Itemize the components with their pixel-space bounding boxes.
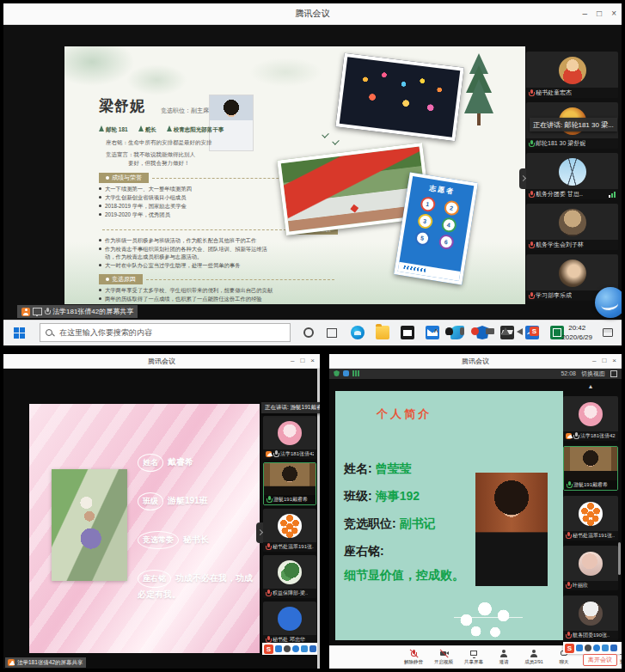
field-value: 副书记 — [400, 516, 436, 530]
participants-sidebar: ▲ 法学181张倩42.. 游艇191戴睿希 秘书处温翠191张.. — [563, 382, 618, 640]
tree-icon — [99, 125, 104, 131]
participant-tile-active-speaker[interactable]: 游艇191戴睿希 — [263, 462, 316, 505]
fullscreen-icon[interactable] — [610, 370, 617, 377]
sidebar-scrollbar[interactable] — [618, 542, 621, 575]
participant-name: 叶丽欣 — [573, 582, 588, 590]
file-explorer-icon[interactable] — [376, 326, 389, 339]
close-button[interactable]: × — [612, 357, 616, 364]
participant-tile-active-speaker[interactable]: 游艇191戴睿希 — [563, 446, 618, 491]
mic-icon — [573, 432, 579, 440]
tray-icon[interactable] — [309, 645, 316, 652]
tray-overflow-icon[interactable]: ^ — [434, 327, 438, 336]
action-center-icon[interactable] — [603, 328, 613, 337]
participant-name: 秘书处童宏杰 — [536, 89, 572, 97]
close-button[interactable]: × — [310, 357, 315, 364]
taskbar-clock[interactable]: 20:42 2020/6/29 — [561, 323, 592, 342]
input-mode-icon[interactable] — [275, 645, 282, 652]
presenter-icon — [566, 433, 572, 439]
muted-mic-icon — [529, 241, 534, 249]
participant-tile[interactable]: 航务学生会刘子林 — [526, 204, 618, 250]
presenter-icon — [266, 451, 272, 457]
participant-tile[interactable]: 法学181张倩42.. — [563, 396, 618, 441]
muted-mic-icon — [566, 582, 571, 590]
recorder-tray-icon[interactable] — [471, 327, 479, 335]
participant-tile[interactable]: 叶丽欣 — [563, 546, 618, 590]
mini-taskbar: S — [262, 643, 317, 655]
button-label: 邀请 — [499, 659, 509, 665]
encryption-icon — [343, 370, 349, 376]
bullet-list: 大学两年享受了太多学校、学生组织带来的便利，想要做出自己的贡献 两年的历练取得了… — [99, 286, 278, 304]
mic-icon — [45, 308, 50, 315]
tray-icon[interactable] — [610, 645, 617, 651]
unmute-button[interactable]: 解除静音 — [401, 649, 426, 665]
bullet-item: 2019-2020 学年，优秀团员 — [99, 211, 278, 218]
network-tray-icon[interactable] — [501, 327, 510, 335]
start-video-button[interactable]: 开启视频 — [432, 649, 456, 665]
start-button[interactable] — [14, 327, 25, 339]
titlebar: 腾讯会议 – □ × — [3, 3, 622, 25]
tray-icon[interactable] — [585, 645, 591, 651]
tray-icon[interactable] — [284, 645, 291, 652]
sidebar-collapse-handle[interactable] — [256, 522, 263, 543]
screen-share-banner: 法学181张倩42的屏幕共享 — [17, 305, 138, 318]
cortana-icon[interactable] — [303, 327, 314, 338]
participant-name: 秘书处温翠191张.. — [573, 532, 615, 540]
shared-presentation-slide: 姓名戴睿希 班级游艇191班 竞选常委秘书长 座右铭功成不必在我，功成必定有我。 — [29, 404, 260, 653]
participant-tile[interactable]: 权益保障部-梁.. — [263, 555, 316, 598]
participant-tile[interactable]: 航务分团委 甘思.. — [526, 153, 618, 199]
participant-name: 秘书处温翠191张.. — [273, 543, 314, 551]
bullet-item: 作为班级一员积极参与班级活动，作为舵长配合其他班干的工作 — [99, 236, 278, 244]
tray-icon[interactable] — [292, 645, 299, 652]
speaking-tooltip: 正在讲话: 邮轮181 30 梁... — [530, 118, 617, 131]
minimize-button[interactable]: – — [291, 357, 294, 364]
input-mode-icon[interactable] — [576, 645, 583, 651]
meeting-window-bottom-left: 腾讯会议 – □ × 姓名戴睿希 班级游艇191班 竞选常委秘书长 座右铭功成不… — [3, 354, 320, 669]
participant-tile[interactable]: 秘书处童宏杰 — [526, 52, 618, 98]
tray-icon[interactable] — [593, 645, 600, 651]
tray-icon[interactable] — [301, 645, 308, 652]
qq-tray-icon[interactable] — [445, 327, 453, 335]
participant-tile[interactable]: 秘书处 邓忠华 — [263, 602, 316, 645]
tray-icon[interactable] — [602, 645, 609, 651]
participant-tile[interactable]: 法学181张倩42.. — [263, 416, 316, 459]
store-icon[interactable] — [401, 326, 414, 339]
screen-share-banner: 法学181张倩42的屏幕共享 — [5, 657, 86, 668]
sogou-input-icon[interactable]: S — [565, 644, 574, 653]
taskbar-search[interactable] — [40, 323, 291, 342]
taskbar-search-input[interactable] — [58, 327, 285, 338]
maximize-button[interactable]: □ — [602, 357, 606, 364]
minimize-button[interactable]: – — [583, 9, 588, 18]
sogou-input-icon[interactable]: S — [264, 645, 273, 654]
slide-text: 姓名戴睿希 班级游艇191班 竞选常委秘书长 座右铭功成不必在我，功成必定有我。 — [138, 454, 254, 621]
participants-sidebar: 秘书处童宏杰 邮轮181 30 梁舒妮 航务分团委 甘思.. 航务 — [526, 52, 618, 301]
switch-view-button[interactable]: 切换视图 — [581, 370, 605, 378]
screenshot-collage: 腾讯会议 – □ × 梁舒妮 竞选职位：副主席 邮轮 181 舵长 校青志阳光部… — [0, 0, 625, 672]
task-view-icon[interactable] — [327, 328, 337, 338]
participant-tile[interactable]: 秘书处温翠191张.. — [263, 509, 316, 552]
participant-avatar — [559, 260, 586, 287]
photo-volunteer-poster: 志愿者 1 2 3 4 5 6 — [394, 172, 478, 284]
minimize-button[interactable]: – — [592, 357, 596, 364]
sidebar-collapse-handle[interactable] — [519, 168, 526, 189]
participant-name: 航务分团委 甘思.. — [536, 190, 583, 199]
candidate-motto: 细节显价值，控成败。 — [344, 568, 464, 583]
sogou-input-icon[interactable]: S — [530, 327, 539, 336]
poster-number: 1 — [420, 196, 436, 212]
leave-meeting-button[interactable]: 离开会议 — [583, 654, 617, 666]
tag-org: 校青志阳光部落干事 — [174, 126, 224, 132]
share-screen-button[interactable]: 共享屏幕 — [462, 649, 486, 665]
invite-button[interactable]: 邀请 — [492, 649, 516, 665]
maximize-button[interactable]: □ — [597, 9, 602, 18]
section-title: 竞选原因 — [99, 274, 143, 284]
participant-tile[interactable]: 航务团委190张.. — [563, 596, 618, 640]
close-button[interactable]: × — [611, 9, 616, 18]
section-header: 竞选原因 — [99, 274, 338, 284]
speaker-tray-icon[interactable] — [517, 328, 523, 335]
camera-tray-icon[interactable] — [486, 328, 494, 334]
scroll-up-arrow[interactable]: ▲ — [563, 382, 618, 391]
participant-tile[interactable]: 秘书处温翠191张.. — [563, 496, 618, 541]
maximize-button[interactable]: □ — [300, 357, 304, 364]
mic-tray-icon[interactable] — [460, 327, 464, 335]
edge-icon[interactable] — [351, 326, 365, 339]
members-button[interactable]: 成员2/91 — [522, 649, 546, 665]
